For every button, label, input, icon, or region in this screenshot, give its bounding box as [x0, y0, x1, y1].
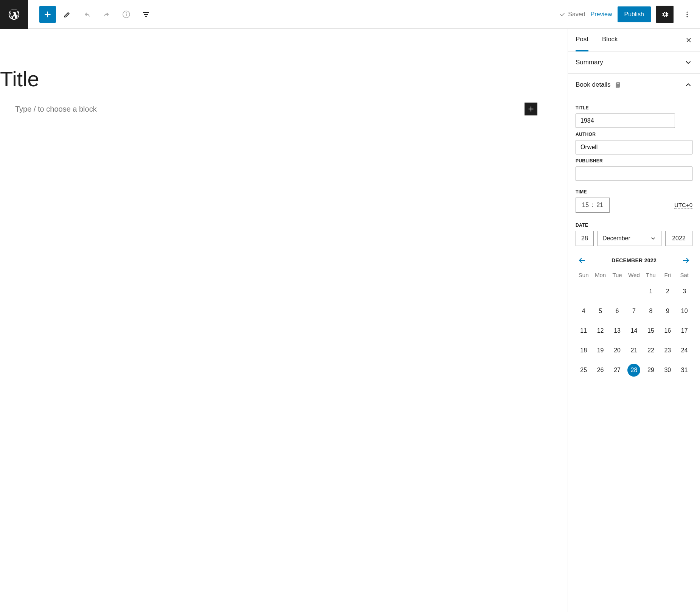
- date-year-input[interactable]: 2022: [665, 231, 692, 246]
- calendar-day[interactable]: 31: [678, 364, 691, 377]
- calendar-day: [611, 285, 624, 298]
- calendar-day-of-week: Wed: [626, 272, 642, 278]
- time-separator: :: [592, 202, 593, 209]
- tab-post[interactable]: Post: [576, 29, 588, 51]
- calendar-day[interactable]: 17: [678, 324, 691, 337]
- chevron-up-icon: [684, 81, 692, 89]
- calendar-day[interactable]: 20: [611, 344, 624, 357]
- calendar-day[interactable]: 28: [627, 364, 640, 377]
- svg-rect-9: [616, 87, 619, 88]
- calendar-day[interactable]: 29: [644, 364, 657, 377]
- calendar-day[interactable]: 2: [661, 285, 674, 298]
- calendar-day-of-week: Tue: [609, 272, 625, 278]
- calendar-day[interactable]: 8: [644, 305, 657, 318]
- add-block-inline-button[interactable]: [525, 103, 537, 115]
- title-field[interactable]: [576, 114, 675, 128]
- calendar-day[interactable]: 5: [594, 305, 607, 318]
- calendar-day[interactable]: 11: [577, 324, 590, 337]
- wordpress-logo[interactable]: [0, 0, 28, 29]
- chevron-down-icon: [684, 58, 692, 67]
- calendar-day[interactable]: 25: [577, 364, 590, 377]
- calendar-day-of-week: Mon: [592, 272, 608, 278]
- time-hours: 15: [582, 202, 589, 209]
- edit-tool-button[interactable]: [59, 6, 76, 23]
- tab-block[interactable]: Block: [602, 29, 618, 51]
- calendar-day[interactable]: 7: [627, 305, 640, 318]
- book-details-label: Book details: [576, 81, 611, 89]
- time-input[interactable]: 15 : 21: [576, 198, 610, 213]
- time-minutes: 21: [596, 202, 603, 209]
- publish-button[interactable]: Publish: [618, 6, 651, 22]
- settings-button[interactable]: [656, 6, 674, 23]
- svg-rect-8: [616, 83, 616, 87]
- info-button[interactable]: [118, 6, 135, 23]
- calendar-day[interactable]: 21: [627, 344, 640, 357]
- calendar-day-of-week: Sat: [677, 272, 692, 278]
- svg-point-2: [126, 12, 127, 13]
- calendar-day[interactable]: 9: [661, 305, 674, 318]
- calendar-title: DECEMBER 2022: [612, 257, 657, 263]
- chevron-down-icon: [650, 235, 657, 242]
- calendar-day[interactable]: 24: [678, 344, 691, 357]
- book-details-panel-toggle[interactable]: Book details: [568, 74, 700, 96]
- settings-sidebar: Post Block Summary Book details TITLE: [568, 29, 700, 612]
- calendar-day: [627, 285, 640, 298]
- add-block-button[interactable]: [39, 6, 56, 23]
- publisher-field-label: PUBLISHER: [576, 158, 692, 164]
- saved-label: Saved: [568, 11, 585, 18]
- calendar-grid: SunMonTueWedThuFriSat1234567891011121314…: [576, 272, 692, 377]
- title-field-label: TITLE: [576, 105, 692, 111]
- date-month-value: December: [602, 235, 630, 242]
- calendar-day[interactable]: 23: [661, 344, 674, 357]
- block-prompt-text[interactable]: Type / to choose a block: [15, 105, 97, 114]
- summary-label: Summary: [576, 59, 603, 66]
- calendar-day[interactable]: 22: [644, 344, 657, 357]
- calendar-day[interactable]: 4: [577, 305, 590, 318]
- more-options-button[interactable]: [679, 6, 695, 23]
- calendar-next-button[interactable]: [681, 256, 690, 265]
- calendar-day[interactable]: 1: [644, 285, 657, 298]
- calendar-day-of-week: Fri: [660, 272, 675, 278]
- redo-button[interactable]: [98, 6, 115, 23]
- timezone-label[interactable]: UTC+0: [674, 202, 692, 209]
- calendar-day[interactable]: 30: [661, 364, 674, 377]
- svg-point-4: [686, 14, 688, 15]
- calendar-day[interactable]: 12: [594, 324, 607, 337]
- date-month-select[interactable]: December: [598, 231, 661, 246]
- calendar-day[interactable]: 26: [594, 364, 607, 377]
- calendar-day[interactable]: 15: [644, 324, 657, 337]
- calendar-day: [594, 285, 607, 298]
- svg-point-3: [686, 11, 688, 12]
- post-title-input[interactable]: Title: [0, 67, 553, 91]
- calendar-day[interactable]: 14: [627, 324, 640, 337]
- undo-button[interactable]: [79, 6, 95, 23]
- calendar-day[interactable]: 16: [661, 324, 674, 337]
- summary-panel-toggle[interactable]: Summary: [568, 51, 700, 74]
- calendar-day-of-week: Sun: [576, 272, 591, 278]
- calendar-day[interactable]: 19: [594, 344, 607, 357]
- calendar-day[interactable]: 13: [611, 324, 624, 337]
- calendar-day[interactable]: 18: [577, 344, 590, 357]
- date-day-input[interactable]: 28: [576, 231, 594, 246]
- book-icon: [615, 81, 622, 89]
- calendar-day[interactable]: 3: [678, 285, 691, 298]
- author-field-label: AUTHOR: [576, 132, 692, 137]
- date-field-label: DATE: [576, 223, 692, 228]
- preview-link[interactable]: Preview: [591, 11, 612, 18]
- close-sidebar-button[interactable]: [685, 36, 692, 44]
- calendar-day[interactable]: 10: [678, 305, 691, 318]
- author-field[interactable]: [576, 140, 692, 154]
- saved-indicator: Saved: [559, 11, 585, 18]
- calendar-day: [577, 285, 590, 298]
- publisher-field[interactable]: [576, 167, 692, 181]
- calendar-day-of-week: Thu: [643, 272, 659, 278]
- time-field-label: TIME: [576, 189, 692, 195]
- calendar-day[interactable]: 6: [611, 305, 624, 318]
- svg-point-5: [686, 16, 688, 17]
- calendar-day[interactable]: 27: [611, 364, 624, 377]
- outline-button[interactable]: [138, 6, 154, 23]
- calendar-prev-button[interactable]: [578, 256, 587, 265]
